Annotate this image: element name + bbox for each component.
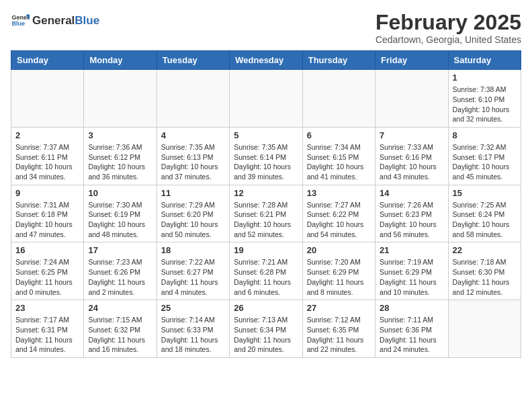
- calendar-cell: 18Sunrise: 7:22 AM Sunset: 6:27 PM Dayli…: [157, 242, 229, 300]
- month-title: February 2025: [375, 11, 521, 34]
- day-info: Sunrise: 7:12 AM Sunset: 6:35 PM Dayligh…: [307, 315, 371, 355]
- day-number: 1: [453, 73, 517, 83]
- logo: General Blue GeneralBlue: [11, 11, 99, 30]
- day-info: Sunrise: 7:33 AM Sunset: 6:16 PM Dayligh…: [380, 142, 443, 182]
- day-info: Sunrise: 7:21 AM Sunset: 6:28 PM Dayligh…: [234, 257, 298, 297]
- day-info: Sunrise: 7:34 AM Sunset: 6:15 PM Dayligh…: [307, 142, 371, 182]
- weekday-header-monday: Monday: [84, 51, 157, 70]
- week-row-5: 23Sunrise: 7:17 AM Sunset: 6:31 PM Dayli…: [11, 300, 521, 358]
- day-number: 24: [88, 303, 152, 313]
- calendar: SundayMondayTuesdayWednesdayThursdayFrid…: [11, 50, 521, 358]
- day-number: 15: [453, 188, 517, 198]
- day-info: Sunrise: 7:22 AM Sunset: 6:27 PM Dayligh…: [161, 257, 225, 297]
- day-info: Sunrise: 7:19 AM Sunset: 6:29 PM Dayligh…: [380, 257, 443, 297]
- week-row-1: 1Sunrise: 7:38 AM Sunset: 6:10 PM Daylig…: [11, 70, 521, 128]
- calendar-cell: 20Sunrise: 7:20 AM Sunset: 6:29 PM Dayli…: [302, 242, 375, 300]
- calendar-cell: 2Sunrise: 7:37 AM Sunset: 6:11 PM Daylig…: [11, 127, 84, 185]
- weekday-header-friday: Friday: [375, 51, 448, 70]
- week-row-3: 9Sunrise: 7:31 AM Sunset: 6:18 PM Daylig…: [11, 185, 521, 242]
- day-info: Sunrise: 7:30 AM Sunset: 6:19 PM Dayligh…: [88, 200, 152, 240]
- logo-general: General: [32, 14, 75, 27]
- weekday-header-wednesday: Wednesday: [230, 51, 302, 70]
- day-info: Sunrise: 7:20 AM Sunset: 6:29 PM Dayligh…: [307, 257, 371, 297]
- calendar-cell: 25Sunrise: 7:14 AM Sunset: 6:33 PM Dayli…: [157, 300, 229, 358]
- title-area: February 2025 Cedartown, Georgia, United…: [375, 11, 521, 45]
- calendar-cell: [157, 70, 229, 128]
- day-info: Sunrise: 7:28 AM Sunset: 6:21 PM Dayligh…: [234, 200, 298, 240]
- calendar-cell: [448, 300, 521, 358]
- day-number: 19: [234, 245, 298, 255]
- day-info: Sunrise: 7:23 AM Sunset: 6:26 PM Dayligh…: [88, 257, 152, 297]
- day-number: 13: [307, 188, 371, 198]
- logo-icon: General Blue: [11, 11, 30, 30]
- day-number: 8: [453, 130, 517, 140]
- calendar-cell: 28Sunrise: 7:11 AM Sunset: 6:36 PM Dayli…: [375, 300, 448, 358]
- day-info: Sunrise: 7:31 AM Sunset: 6:18 PM Dayligh…: [15, 200, 79, 240]
- calendar-cell: 27Sunrise: 7:12 AM Sunset: 6:35 PM Dayli…: [302, 300, 375, 358]
- weekday-header-sunday: Sunday: [11, 51, 84, 70]
- calendar-cell: [11, 70, 84, 128]
- day-number: 25: [161, 303, 225, 313]
- day-info: Sunrise: 7:26 AM Sunset: 6:23 PM Dayligh…: [380, 200, 443, 240]
- day-info: Sunrise: 7:38 AM Sunset: 6:10 PM Dayligh…: [453, 85, 517, 124]
- location-title: Cedartown, Georgia, United States: [375, 34, 521, 45]
- day-number: 22: [453, 245, 517, 255]
- day-number: 6: [307, 130, 371, 140]
- calendar-cell: 15Sunrise: 7:25 AM Sunset: 6:24 PM Dayli…: [448, 185, 521, 242]
- day-info: Sunrise: 7:35 AM Sunset: 6:14 PM Dayligh…: [234, 142, 298, 182]
- calendar-cell: 14Sunrise: 7:26 AM Sunset: 6:23 PM Dayli…: [375, 185, 448, 242]
- calendar-cell: 23Sunrise: 7:17 AM Sunset: 6:31 PM Dayli…: [11, 300, 84, 358]
- day-number: 2: [15, 130, 79, 140]
- day-info: Sunrise: 7:24 AM Sunset: 6:25 PM Dayligh…: [15, 257, 79, 297]
- day-info: Sunrise: 7:36 AM Sunset: 6:12 PM Dayligh…: [88, 142, 152, 182]
- calendar-cell: 12Sunrise: 7:28 AM Sunset: 6:21 PM Dayli…: [230, 185, 302, 242]
- calendar-cell: 4Sunrise: 7:35 AM Sunset: 6:13 PM Daylig…: [157, 127, 229, 185]
- day-info: Sunrise: 7:14 AM Sunset: 6:33 PM Dayligh…: [161, 315, 225, 355]
- day-number: 12: [234, 188, 298, 198]
- day-number: 7: [380, 130, 443, 140]
- weekday-header-tuesday: Tuesday: [157, 51, 229, 70]
- day-info: Sunrise: 7:25 AM Sunset: 6:24 PM Dayligh…: [453, 200, 517, 240]
- weekday-header-row: SundayMondayTuesdayWednesdayThursdayFrid…: [11, 51, 521, 70]
- day-number: 21: [380, 245, 443, 255]
- weekday-header-thursday: Thursday: [302, 51, 375, 70]
- day-number: 27: [307, 303, 371, 313]
- day-number: 26: [234, 303, 298, 313]
- day-number: 9: [15, 188, 79, 198]
- calendar-cell: [84, 70, 157, 128]
- calendar-cell: 11Sunrise: 7:29 AM Sunset: 6:20 PM Dayli…: [157, 185, 229, 242]
- calendar-cell: 17Sunrise: 7:23 AM Sunset: 6:26 PM Dayli…: [84, 242, 157, 300]
- calendar-cell: 21Sunrise: 7:19 AM Sunset: 6:29 PM Dayli…: [375, 242, 448, 300]
- week-row-4: 16Sunrise: 7:24 AM Sunset: 6:25 PM Dayli…: [11, 242, 521, 300]
- week-row-2: 2Sunrise: 7:37 AM Sunset: 6:11 PM Daylig…: [11, 127, 521, 185]
- day-info: Sunrise: 7:13 AM Sunset: 6:34 PM Dayligh…: [234, 315, 298, 355]
- calendar-cell: 1Sunrise: 7:38 AM Sunset: 6:10 PM Daylig…: [448, 70, 521, 128]
- day-number: 20: [307, 245, 371, 255]
- logo-blue: Blue: [75, 14, 99, 27]
- day-number: 18: [161, 245, 225, 255]
- day-info: Sunrise: 7:11 AM Sunset: 6:36 PM Dayligh…: [380, 315, 443, 355]
- calendar-cell: 19Sunrise: 7:21 AM Sunset: 6:28 PM Dayli…: [230, 242, 302, 300]
- calendar-cell: 10Sunrise: 7:30 AM Sunset: 6:19 PM Dayli…: [84, 185, 157, 242]
- day-info: Sunrise: 7:17 AM Sunset: 6:31 PM Dayligh…: [15, 315, 79, 355]
- calendar-cell: [230, 70, 302, 128]
- calendar-cell: 5Sunrise: 7:35 AM Sunset: 6:14 PM Daylig…: [230, 127, 302, 185]
- day-info: Sunrise: 7:37 AM Sunset: 6:11 PM Dayligh…: [15, 142, 79, 182]
- day-number: 11: [161, 188, 225, 198]
- calendar-cell: 9Sunrise: 7:31 AM Sunset: 6:18 PM Daylig…: [11, 185, 84, 242]
- day-number: 5: [234, 130, 298, 140]
- day-number: 28: [380, 303, 443, 313]
- calendar-cell: 26Sunrise: 7:13 AM Sunset: 6:34 PM Dayli…: [230, 300, 302, 358]
- calendar-cell: 3Sunrise: 7:36 AM Sunset: 6:12 PM Daylig…: [84, 127, 157, 185]
- calendar-cell: 22Sunrise: 7:18 AM Sunset: 6:30 PM Dayli…: [448, 242, 521, 300]
- calendar-cell: [375, 70, 448, 128]
- calendar-cell: 8Sunrise: 7:32 AM Sunset: 6:17 PM Daylig…: [448, 127, 521, 185]
- day-number: 23: [15, 303, 79, 313]
- day-number: 3: [88, 130, 152, 140]
- calendar-cell: 24Sunrise: 7:15 AM Sunset: 6:32 PM Dayli…: [84, 300, 157, 358]
- svg-text:Blue: Blue: [11, 20, 25, 27]
- calendar-cell: 16Sunrise: 7:24 AM Sunset: 6:25 PM Dayli…: [11, 242, 84, 300]
- day-number: 10: [88, 188, 152, 198]
- calendar-cell: 13Sunrise: 7:27 AM Sunset: 6:22 PM Dayli…: [302, 185, 375, 242]
- day-number: 16: [15, 245, 79, 255]
